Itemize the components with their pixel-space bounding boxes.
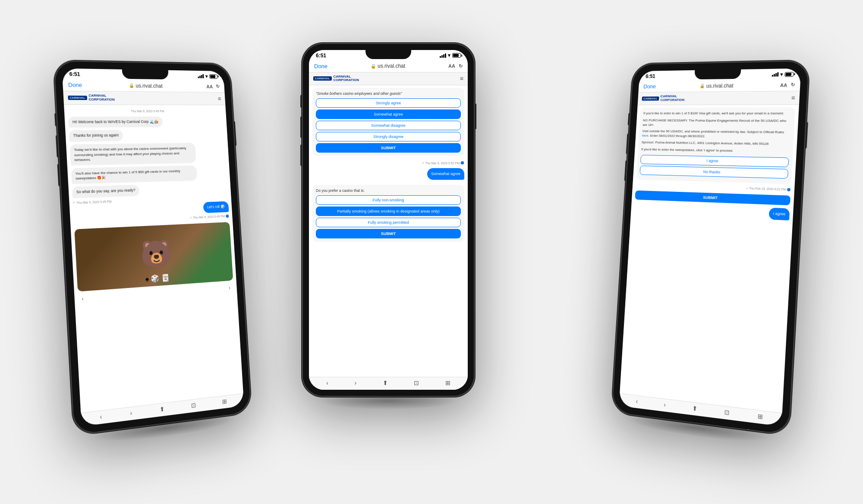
menu-center[interactable]: ≡ [460,75,463,82]
msg-bubble-left-4: You'll also have the chance to win 1 of … [71,165,197,184]
share-left[interactable]: ⬆ [159,405,165,413]
wifi-center: ▾ [448,53,450,58]
arrow-left[interactable]: ‹ [82,295,84,302]
submit-btn-right[interactable]: SUBMIT [635,190,791,205]
status-icons-left: ▾ [198,73,217,79]
logo-text-left: CARNIVALCORPORATION [88,94,115,101]
done-btn-right[interactable]: Done [643,83,656,90]
browser-controls-left[interactable]: AA ↻ [206,84,220,89]
msg-5-left: So what do you say, are you ready? [72,182,228,198]
bookmark-right[interactable]: ⊡ [724,408,730,416]
refresh-center[interactable]: ↻ [459,63,463,69]
choice-full-smoking[interactable]: Fully smoking permitted [316,218,461,227]
share-right[interactable]: ⬆ [692,404,698,412]
choice-strongly-disagree[interactable]: Strongly disagree [316,132,461,141]
choice-partial-smoking[interactable]: Partially smoking (allows smoking in des… [316,207,461,216]
legal-card: If you'd like to enter to win 1 of 5 $10… [636,107,795,184]
browser-bar-right[interactable]: Done 🔒 us.rival.chat AA ↻ [638,78,800,92]
chat-body-center: "Smoke bothers casino employees and othe… [309,85,468,376]
back-right[interactable]: ‹ [636,398,638,404]
msg-bubble-left-2: Thanks for joining us again! [69,130,123,141]
forward-center[interactable]: › [354,379,356,386]
receipt-left: ✓Thu Mar 9, 2023 5:45 PM [73,200,112,204]
signal-right [772,72,779,76]
lock-icon-left: 🔒 [129,83,134,88]
msg-2-left: Thanks for joining us again! [69,129,224,142]
choice-nonsmoking[interactable]: Fully non-smoking [316,195,461,205]
logo-text-right: CARNIVALCORPORATION [660,94,685,102]
receipt-right-left: ✓Thu Mar 9, 2023 5:45 PM 🔵 [189,214,229,219]
msg-bubble-right-1: Let's roll 🎲 [203,201,229,213]
back-center[interactable]: ‹ [326,379,328,386]
chat-body-right: If you'd like to enter to win 1 of 5 $10… [620,104,799,413]
second-question-text: Do you prefer a casino that is: [316,188,461,193]
bookmark-center[interactable]: ⊡ [414,379,419,386]
response-bubble-center: Somewhat agree [427,168,464,180]
chat-header-right: CARNIVAL CARNIVALCORPORATION ≡ [638,91,800,105]
phone-center: 6:51 ▾ Done 🔒 us.rival.chat [302,43,475,397]
done-btn-left[interactable]: Done [68,81,82,88]
dog-image-left [74,222,233,291]
notch-center [365,50,411,59]
notch-right [694,69,741,79]
signal-center [440,53,446,58]
msg-4-left: You'll also have the chance to win 1 of … [71,164,227,184]
question-card: "Smoke bothers casino employees and othe… [312,88,464,156]
browser-bottom-center[interactable]: ‹ › ⬆ ⊡ ⊞ [309,377,468,390]
msg-row-center: Somewhat agree [312,168,464,180]
submit-btn-center[interactable]: SUBMIT [316,143,461,153]
msg-bubble-left-5: So what do you say, are you ready? [72,185,139,198]
back-left[interactable]: ‹ [100,413,102,420]
phone-left: 6:51 ▾ Done 🔒 us.rival.chat [54,60,252,435]
refresh-left[interactable]: ↻ [216,84,220,89]
chat-header-center: CARNIVAL CARNIVALCORPORATION ≡ [309,72,468,86]
text-size-right[interactable]: AA [780,82,787,87]
msg-3-left: Today we'd like to chat with you about t… [69,142,226,165]
browser-bar-center[interactable]: Done 🔒 us.rival.chat AA ↻ [309,60,468,72]
agree-btn-right[interactable]: I agree [640,155,789,167]
wifi-right: ▾ [780,71,783,77]
share-center[interactable]: ⬆ [383,379,388,386]
url-right: 🔒 us.rival.chat [699,82,734,89]
bookmark-left[interactable]: ⊡ [191,401,196,409]
msg-1-left: Hi! Welcome back to WAVES by Carnival Co… [68,116,224,128]
browser-bar-left[interactable]: Done 🔒 us.rival.chat AA ↻ [63,78,225,92]
url-left: 🔒 us.rival.chat [129,82,163,89]
text-size-center[interactable]: AA [448,63,455,69]
browser-controls-center[interactable]: AA ↻ [448,63,463,69]
legal-text-1: If you'd like to enter to win 1 of 5 $10… [643,110,792,115]
tabs-left[interactable]: ⊞ [222,398,227,405]
menu-left[interactable]: ≡ [217,95,221,101]
forward-left[interactable]: › [130,409,132,416]
logo-box-center: CARNIVAL [313,76,332,81]
choice-somewhat-disagree[interactable]: Somewhat disagree [316,121,461,130]
battery-left [209,74,217,78]
tabs-right[interactable]: ⊞ [757,412,763,420]
submit-btn-second[interactable]: SUBMIT [316,229,461,238]
response-bubble-right: I agree [769,207,790,220]
signal-left [198,74,204,78]
phone-center-screen: 6:51 ▾ Done 🔒 us.rival.chat [309,50,468,390]
scene: 6:51 ▾ Done 🔒 us.rival.chat [43,26,820,479]
time-left: 6:51 [69,71,80,77]
text-size-left[interactable]: AA [206,84,213,89]
browser-controls-right[interactable]: AA ↻ [780,82,795,88]
menu-right[interactable]: ≡ [791,94,795,101]
arrow-right[interactable]: › [229,285,231,291]
chat-header-left: CARNIVAL CARNIVALCORPORATION ≡ [63,91,225,105]
no-thanks-btn-right[interactable]: No thanks [639,166,788,178]
choice-somewhat-agree[interactable]: Somewhat agree [316,110,461,119]
question-text: "Smoke bothers casino employees and othe… [316,91,461,96]
logo-right: CARNIVAL CARNIVALCORPORATION [642,94,685,102]
status-icons-right: ▾ [772,71,794,77]
phone-right: 6:51 ▾ Done 🔒 us.rival.chat [611,60,810,435]
tabs-center[interactable]: ⊞ [445,379,450,386]
forward-right[interactable]: › [664,401,666,408]
shadow-center [319,392,457,410]
date-left: Thu Mar 9, 2023 5:45 PM [68,109,223,112]
choice-strongly-agree[interactable]: Strongly agree [316,98,461,108]
logo-box-right: CARNIVAL [642,96,659,100]
refresh-right[interactable]: ↻ [791,82,795,88]
date-receipt-right: ✓Thu Feb 23, 2023 6:22 PM🔵 [746,186,791,191]
done-btn-center[interactable]: Done [314,63,328,69]
